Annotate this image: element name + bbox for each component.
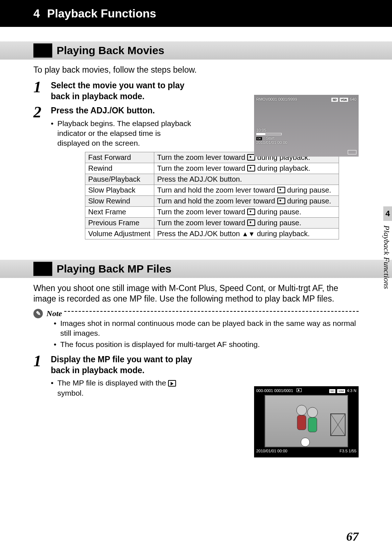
step-2-bullet-text: Playback begins. The elapsed playback in… xyxy=(57,118,193,148)
svg-point-3 xyxy=(297,405,307,415)
section-header-mp: Playing Back MP Files xyxy=(0,260,392,278)
fig-filename: RMOV0001 0001/9999 xyxy=(256,97,297,102)
control-name: Slow Rewind xyxy=(85,195,154,206)
chapter-title: Playback Functions xyxy=(47,7,156,20)
fig-mp-badges: SD 10M 4:3 N xyxy=(329,388,356,393)
section-title-mp: Playing Back MP Files xyxy=(57,263,171,275)
fig-time: 10:05 xyxy=(256,128,356,132)
mp-steps: 1 Display the MP file you want to play b… xyxy=(33,354,193,397)
up-down-icon: ▲▼ xyxy=(242,230,255,238)
control-name: Fast Forward xyxy=(85,152,154,163)
control-desc: Turn the zoom lever toward during pause. xyxy=(154,206,339,217)
side-chapter-tab: 4 xyxy=(383,206,392,221)
mp-step-1-bullet-text: The MP file is displayed with the symbol… xyxy=(57,378,193,398)
battery-icon xyxy=(348,150,356,154)
control-desc: Turn the zoom lever toward during playba… xyxy=(154,163,339,174)
note-bullet-text: Images shot in normal continuous mode ca… xyxy=(60,318,359,338)
svg-rect-4 xyxy=(297,415,306,430)
note-label: Note xyxy=(46,309,62,318)
fig-mp-exposure: F3.5 1/55 xyxy=(340,449,356,453)
table-row: RewindTurn the zoom lever toward during … xyxy=(85,163,339,174)
table-row: Slow RewindTurn and hold the zoom lever … xyxy=(85,195,339,206)
svg-point-5 xyxy=(307,407,318,417)
fig-mp-topleft: 000-0001 0001/0001 xyxy=(256,388,293,393)
step-number: 1 xyxy=(33,354,51,397)
chapter-header: 4 Playback Functions xyxy=(0,0,392,27)
figure-mp-playback: 000-0001 0001/0001 SD 10M 4:3 N 2010/01/… xyxy=(254,386,359,457)
note-icon: ✎ xyxy=(33,309,43,318)
control-name: Slow Playback xyxy=(85,185,154,195)
control-name: Next Frame xyxy=(85,206,154,217)
note-dashes xyxy=(64,311,359,312)
control-desc: Press the ADJ./OK button ▲▼ during playb… xyxy=(154,228,339,239)
control-name: Volume Adjustment xyxy=(85,228,154,239)
mp-step-1: 1 Display the MP file you want to play b… xyxy=(33,354,193,397)
control-name: Rewind xyxy=(85,163,154,174)
section-header-movies: Playing Back Movies xyxy=(0,41,392,60)
step-2: 2 Press the ADJ./OK button. • Playback b… xyxy=(33,105,193,148)
mp-step-1-title: Display the MP file you want to play bac… xyxy=(51,354,193,376)
section-title-movies: Playing Back Movies xyxy=(57,44,164,57)
step-2-title: Press the ADJ./OK button. xyxy=(51,105,193,116)
playback-controls-table: Fast ForwardTurn the zoom lever toward d… xyxy=(85,152,339,239)
tele-icon xyxy=(277,187,285,193)
note-bullet-text: The focus position is displayed for mult… xyxy=(60,339,260,349)
note-block: ✎ Note •Images shot in normal continuous… xyxy=(33,309,359,350)
mp-step-1-bullet: • The MP file is displayed with the symb… xyxy=(51,378,193,398)
control-desc: Turn and hold the zoom lever toward duri… xyxy=(154,185,339,195)
control-name: Previous Frame xyxy=(85,217,154,228)
control-desc: Press the ADJ./OK button. xyxy=(154,174,339,185)
fig-badges: SD VGA 640 xyxy=(331,97,356,102)
figure-movie-playback: RMOV0001 0001/9999 SD VGA 640 10:05 OK :… xyxy=(254,95,359,157)
control-name: Pause/Playback xyxy=(85,174,154,185)
movies-steps: 1 Select the movie you want to play back… xyxy=(33,80,193,148)
tele-icon xyxy=(247,209,255,215)
side-chapter-label: Playback Functions xyxy=(382,225,391,289)
step-number: 1 xyxy=(33,80,51,102)
fig-start: OK : Start xyxy=(256,136,356,140)
page-number: 67 xyxy=(346,530,359,544)
table-row: Previous FrameTurn the zoom lever toward… xyxy=(85,217,339,228)
table-row: Next FrameTurn the zoom lever toward dur… xyxy=(85,206,339,217)
note-bullet: •Images shot in normal continuous mode c… xyxy=(54,318,359,338)
control-desc: Turn and hold the zoom lever toward duri… xyxy=(154,195,339,206)
table-row: Pause/PlaybackPress the ADJ./OK button. xyxy=(85,174,339,185)
step-1: 1 Select the movie you want to play back… xyxy=(33,80,193,102)
table-row: Slow PlaybackTurn and hold the zoom leve… xyxy=(85,185,339,195)
wide-icon xyxy=(247,219,255,226)
wide-icon xyxy=(247,165,255,171)
chapter-number: 4 xyxy=(33,7,40,20)
svg-point-7 xyxy=(301,438,310,447)
mp-intro: When you shoot one still image with M-Co… xyxy=(33,283,359,304)
step-2-bullet: • Playback begins. The elapsed playback … xyxy=(51,118,193,148)
fig-mp-datetime: 2010/01/01 00:00 xyxy=(256,449,287,453)
control-desc: Turn the zoom lever toward during pause. xyxy=(154,217,339,228)
wide-icon xyxy=(277,198,285,204)
fig-datetime: 2010/01/01 00:00 xyxy=(256,140,356,145)
step-number: 2 xyxy=(33,105,51,148)
step-1-title: Select the movie you want to play back i… xyxy=(51,80,193,102)
table-row: Volume AdjustmentPress the ADJ./OK butto… xyxy=(85,228,339,239)
mp-play-symbol-icon xyxy=(168,380,176,387)
note-bullet: •The focus position is displayed for mul… xyxy=(54,339,359,349)
side-tab-number: 4 xyxy=(385,209,390,218)
svg-rect-6 xyxy=(308,417,317,432)
fig-mp-image xyxy=(265,395,348,447)
movies-intro: To play back movies, follow the steps be… xyxy=(33,65,359,75)
